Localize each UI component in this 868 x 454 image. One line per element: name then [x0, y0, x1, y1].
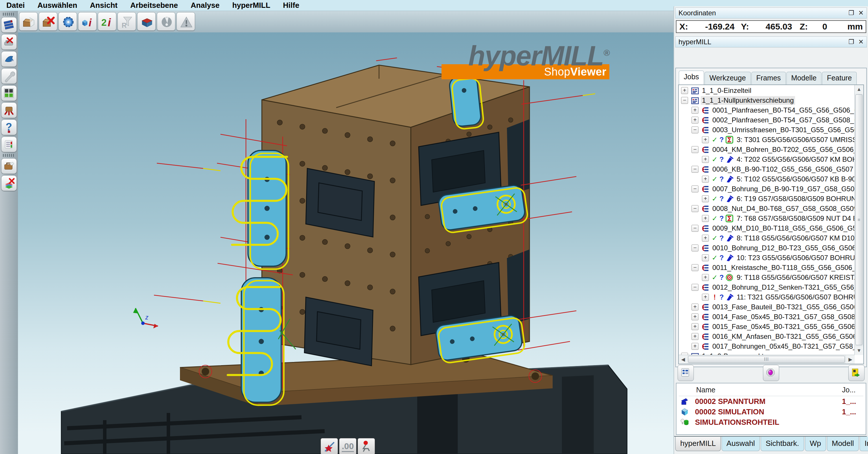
toolbar-grip[interactable]: [3, 13, 15, 16]
tab-feature[interactable]: Feature: [822, 72, 857, 85]
filter-r-button[interactable]: R: [118, 12, 136, 31]
tree-expander[interactable]: −: [691, 225, 699, 232]
tree-row[interactable]: +✓?10: T23 G55/G56/G506/G507 BOHRUNG D1: [679, 253, 855, 263]
tree-row[interactable]: +0016_KM_Anfasen_B0-T321_G55_G56_G506_G5…: [679, 332, 855, 341]
tree-row-label[interactable]: 6: T19 G57/G58/G508/G509 BOHRUNG D6: [736, 194, 855, 203]
briefcase-button[interactable]: [1, 158, 17, 174]
menu-item-auswhlen[interactable]: Auswählen: [38, 1, 77, 10]
tree-horizontal-scrollbar[interactable]: ◀ III ▶: [679, 355, 855, 364]
tree-expander[interactable]: +: [702, 294, 709, 301]
warning-button[interactable]: [177, 12, 195, 31]
tree-expander[interactable]: −: [691, 146, 699, 153]
menu-item-hilfe[interactable]: Hilfe: [283, 1, 299, 10]
menu-item-hypermill[interactable]: hyperMILL: [232, 1, 270, 10]
open-model-button[interactable]: [19, 12, 38, 31]
tree-row[interactable]: −0009_KM_D10_B0-T118_G55_G56_G506_G507: [679, 223, 855, 233]
scrollbar-thumb[interactable]: III: [688, 356, 845, 363]
tree-row-label[interactable]: 8: T118 G55/G56/G506/G507 KM D10 B0: [736, 234, 855, 242]
viewport-3d[interactable]: z hyperMILL® ShopViewer .00: [18, 32, 674, 454]
tab-modelle[interactable]: Modelle: [786, 72, 822, 85]
tree-row-label[interactable]: 0008_Nut_D4_B0-T68_G57_G58_G508_G509: [711, 204, 855, 213]
machine-remove-button[interactable]: [1, 34, 17, 50]
stock-box-button[interactable]: [137, 12, 156, 31]
tree-expander[interactable]: +: [691, 333, 699, 340]
menu-item-datei[interactable]: Datei: [6, 1, 25, 10]
tree-row-label[interactable]: 0012_Bohrung_D12_Senken-T321_G55_G56_G50…: [711, 283, 855, 292]
bottom-tab-modell[interactable]: Modell: [827, 436, 859, 451]
tree-row[interactable]: +0015_Fase_05x45_B0-T321_G55_G56_G506_G5…: [679, 322, 855, 332]
tree-row-label[interactable]: 0016_KM_Anfasen_B0-T321_G55_G56_G506_G50: [711, 332, 855, 341]
bottom-tab-wp[interactable]: Wp: [805, 436, 826, 451]
tree-row-label[interactable]: 0002_Planfraesen_B0-T54_G57_G58_G508_G50…: [711, 116, 855, 124]
tree-row-label[interactable]: 0014_Fase_05x45_B0-T321_G57_G58_G508_G50…: [711, 312, 855, 321]
help-button[interactable]: ?: [1, 120, 17, 135]
close-model-button[interactable]: [39, 12, 57, 31]
close-icon[interactable]: ✕: [859, 9, 864, 17]
tree-expander[interactable]: +: [691, 313, 699, 320]
tree-row[interactable]: +✓?3: T301 G55/G56/G506/G507 UMRISSFRAES: [679, 135, 855, 145]
scroll-right-arrow[interactable]: ▶: [846, 355, 855, 364]
tree-row[interactable]: −0011_Kreistasche_B0-T118_G55_G56_G506_G…: [679, 263, 855, 273]
layout-list-button[interactable]: [678, 365, 694, 381]
tree-row[interactable]: −0007_Bohrung_D6_B-90-T19_G57_G58_G508_G…: [679, 184, 855, 194]
float-icon[interactable]: ❐: [848, 38, 855, 46]
tree-expander[interactable]: +: [691, 304, 699, 310]
tree-expander[interactable]: +: [691, 107, 699, 114]
tree-expander[interactable]: +: [691, 117, 699, 124]
column-job[interactable]: Jo...: [842, 386, 862, 394]
probe-button[interactable]: [358, 438, 375, 454]
tree-expander[interactable]: +: [702, 254, 709, 261]
tree-row[interactable]: −0008_Nut_D4_B0-T68_G57_G58_G508_G509: [679, 204, 855, 214]
scroll-left-arrow[interactable]: ◀: [679, 355, 687, 364]
float-icon[interactable]: ❐: [848, 9, 855, 17]
tree-row[interactable]: −1_1_1-Nullpunktverschiebung: [679, 95, 855, 105]
tree-expander[interactable]: +: [691, 343, 699, 350]
tree-row-label[interactable]: 10: T23 G55/G56/G506/G507 BOHRUNG D1: [736, 253, 855, 262]
decimal-display-button[interactable]: .00: [339, 438, 356, 454]
tree-row-label[interactable]: 1_1_1-Nullpunktverschiebung: [701, 96, 795, 105]
tree-expander[interactable]: −: [691, 244, 699, 251]
tree-expander[interactable]: +: [702, 215, 709, 222]
tree-row[interactable]: +✓?4: T202 G55/G56/G506/G507 KM BOHREN: [679, 154, 855, 164]
tree-expander[interactable]: +: [702, 274, 709, 281]
tree-expander[interactable]: +: [702, 195, 709, 202]
tree-expander[interactable]: +: [702, 235, 709, 242]
tree-expander[interactable]: +: [702, 176, 709, 183]
tree-row[interactable]: +0002_Planfraesen_B0-T54_G57_G58_G508_G5…: [679, 115, 855, 125]
column-name[interactable]: Name: [680, 386, 842, 394]
scroll-up-arrow[interactable]: ▲: [855, 85, 863, 94]
tree-row[interactable]: +✓?5: T102 G55/G56/G506/G507 KB B-90: [679, 174, 855, 184]
tree-expander[interactable]: −: [691, 126, 699, 133]
tree-row-label[interactable]: 0007_Bohrung_D6_B-90-T19_G57_G58_G508_G5…: [711, 185, 855, 193]
tree-row-label[interactable]: 0009_KM_D10_B0-T118_G55_G56_G506_G507: [711, 224, 855, 233]
tree-row-label[interactable]: 11: T321 G55/G56/G506/G507 BOHRUNG D: [736, 293, 855, 302]
menu-item-arbeitsebene[interactable]: Arbeitsebene: [130, 1, 178, 10]
tree-row[interactable]: +0017_Bohrungen_05x45_B0-T321_G57_G58_G5…: [679, 341, 855, 351]
model-info-button[interactable]: i: [78, 12, 97, 31]
tree-row-label[interactable]: 1_1_0-Einzelteil: [701, 86, 752, 95]
export-job-button[interactable]: [1, 102, 17, 118]
info-2i-button[interactable]: 2i: [98, 12, 116, 31]
tab-werkzeuge[interactable]: Werkzeuge: [705, 72, 751, 85]
tree-row[interactable]: +✓?8: T118 G55/G56/G506/G507 KM D10 B0: [679, 233, 855, 243]
tab-frames[interactable]: Frames: [751, 72, 786, 85]
tab-jobs[interactable]: Jobs: [679, 70, 704, 85]
scroll-down-arrow[interactable]: ▼: [855, 346, 863, 355]
table-row[interactable]: 00002 SPANNTURM1_...: [679, 396, 863, 406]
surface-sheet-button[interactable]: [1, 51, 17, 67]
table-row[interactable]: SIMULATIONSROHTEIL: [679, 417, 863, 427]
view-panels-button[interactable]: [1, 85, 17, 101]
menu-item-analyse[interactable]: Analyse: [191, 1, 220, 10]
tree-row-label[interactable]: 0013_Fase_Bauteil_B0-T321_G55_G56_G506_G…: [711, 303, 855, 311]
tree-expander[interactable]: +: [702, 136, 709, 143]
bottom-tab-info[interactable]: Info: [860, 436, 868, 451]
tree-row[interactable]: +✓?9: T118 G55/G56/G506/G507 KREISTASCHE: [679, 273, 855, 282]
tree-expander[interactable]: +: [681, 87, 688, 94]
clamp-button[interactable]: [157, 12, 175, 31]
sphere-button[interactable]: [763, 365, 779, 381]
tree-expander[interactable]: −: [681, 97, 688, 104]
tree-row[interactable]: +0013_Fase_Bauteil_B0-T321_G55_G56_G506_…: [679, 302, 855, 312]
tree-expander[interactable]: −: [691, 284, 699, 291]
tree-expander[interactable]: +: [691, 323, 699, 330]
tree-row-label[interactable]: 0015_Fase_05x45_B0-T321_G55_G56_G506_G50…: [711, 322, 855, 331]
